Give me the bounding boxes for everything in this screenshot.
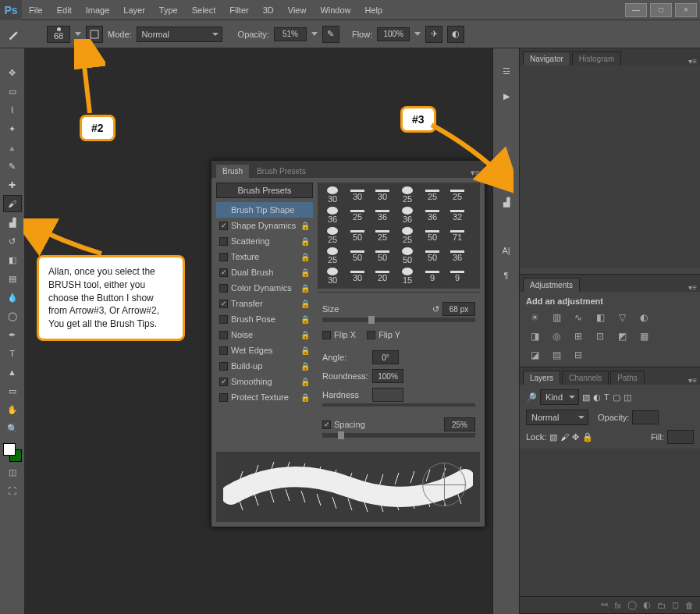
angle-field[interactable]: 0°	[372, 350, 399, 364]
history-panel-icon[interactable]: ☲	[498, 62, 515, 80]
group-icon[interactable]: 🗀	[657, 601, 666, 610]
pressure-size-button[interactable]: ◐	[447, 26, 464, 43]
checkbox[interactable]	[219, 315, 228, 324]
selective-color-icon[interactable]: ⊟	[570, 348, 587, 362]
panel-menu-icon[interactable]: ▾≡	[688, 376, 697, 385]
filter-smart-icon[interactable]: ◫	[624, 392, 631, 403]
link-layers-icon[interactable]: ⚯	[601, 600, 608, 610]
airbrush-button[interactable]: ✈	[425, 26, 442, 43]
blend-mode-dropdown[interactable]: Normal	[137, 27, 222, 42]
menu-edit[interactable]: Edit	[50, 0, 79, 20]
quickmask-button[interactable]: ◫	[3, 463, 22, 481]
character-panel-icon[interactable]: A|	[498, 242, 515, 259]
menu-filter[interactable]: Filter	[222, 0, 255, 20]
tab-brush-presets[interactable]: Brush Presets	[251, 165, 312, 178]
screenmode-button[interactable]: ⛶	[3, 482, 22, 499]
lock-icon[interactable]: 🔒	[300, 222, 310, 230]
threshold-icon[interactable]: ◪	[526, 348, 543, 362]
new-layer-icon[interactable]: ◻	[672, 600, 679, 610]
panel-menu-icon[interactable]: ▾≡	[471, 168, 480, 178]
filter-kind-dropdown[interactable]: Kind	[540, 389, 579, 405]
brush-option-brush-tip-shape[interactable]: Brush Tip Shape	[216, 202, 313, 218]
shape-tool[interactable]: ▭	[3, 382, 22, 399]
lock-icon[interactable]: 🔒	[300, 268, 310, 277]
menu-select[interactable]: Select	[185, 0, 223, 20]
brush-tip[interactable]: 25	[446, 186, 469, 204]
brush-tip[interactable]: 50	[421, 226, 444, 245]
brush-tip[interactable]: 50	[396, 247, 419, 265]
tab-histogram[interactable]: Histogram	[572, 51, 622, 66]
type-tool[interactable]: T	[3, 345, 22, 362]
move-tool[interactable]: ✥	[3, 64, 22, 81]
spacing-field[interactable]: 25%	[444, 417, 475, 431]
paragraph-panel-icon[interactable]: ¶	[498, 267, 515, 284]
brush-tip[interactable]: 9	[421, 267, 444, 286]
crop-tool[interactable]: ⟁	[3, 139, 22, 156]
lock-icon[interactable]: 🔒	[300, 378, 310, 386]
mask-icon[interactable]: ◯	[627, 600, 637, 610]
checkbox[interactable]: ✓	[219, 222, 228, 230]
menu-file[interactable]: File	[22, 0, 50, 20]
brush-tip[interactable]: 30	[321, 267, 344, 286]
flow-dropdown-icon[interactable]	[414, 32, 421, 36]
brush-option-noise[interactable]: Noise🔒	[216, 327, 313, 342]
path-select-tool[interactable]: ▲	[3, 364, 22, 381]
gradient-map-icon[interactable]: ▤	[548, 348, 565, 362]
brush-tip[interactable]: 50	[346, 247, 369, 265]
levels-icon[interactable]: ▥	[548, 311, 565, 325]
eraser-tool[interactable]: ◧	[3, 251, 22, 268]
brush-tip[interactable]: 71	[446, 226, 469, 245]
brush-tip[interactable]: 50	[421, 247, 444, 265]
flow-field[interactable]: 100%	[377, 27, 410, 41]
menu-image[interactable]: Image	[79, 0, 117, 20]
menu-view[interactable]: View	[281, 0, 314, 20]
flipy-checkbox[interactable]	[367, 331, 375, 339]
tab-paths[interactable]: Paths	[610, 371, 645, 385]
brush-presets-icon[interactable]: 🖌	[498, 169, 515, 186]
fill-field[interactable]	[667, 430, 694, 444]
spacing-slider[interactable]	[322, 433, 475, 438]
hand-tool[interactable]: ✋	[3, 401, 22, 418]
opacity-dropdown-icon[interactable]	[311, 32, 318, 36]
color-swatches[interactable]	[3, 443, 22, 462]
brush-panel-toggle[interactable]	[86, 26, 103, 43]
brush-tool[interactable]: 🖌	[3, 195, 22, 212]
checkbox[interactable]: ✓	[219, 300, 228, 308]
eyedropper-tool[interactable]: ✎	[3, 158, 22, 175]
filter-type-icon[interactable]: T	[604, 392, 609, 402]
size-field[interactable]: 68 px	[442, 302, 475, 316]
photo-filter-icon[interactable]: ◎	[548, 329, 565, 343]
brush-tip[interactable]: 30	[346, 186, 369, 204]
brush-tip[interactable]: 15	[396, 267, 419, 286]
vibrance-icon[interactable]: ▽	[613, 311, 631, 325]
exposure-icon[interactable]: ◧	[592, 311, 609, 325]
brush-tip[interactable]: 25	[396, 226, 419, 245]
lock-icon[interactable]: 🔒	[300, 315, 310, 324]
brush-option-texture[interactable]: Texture🔒	[216, 249, 313, 264]
blur-tool[interactable]: 💧	[3, 289, 22, 306]
brush-tip[interactable]: 25	[321, 247, 344, 265]
brush-presets-button[interactable]: Brush Presets	[216, 183, 313, 198]
actions-panel-icon[interactable]: ▶	[498, 87, 515, 105]
invert-icon[interactable]: ◩	[613, 329, 631, 343]
brush-tip[interactable]: 36	[371, 206, 394, 225]
tab-layers[interactable]: Layers	[523, 371, 560, 385]
lock-icon[interactable]: 🔒	[300, 331, 310, 339]
brightness-icon[interactable]: ☀	[526, 311, 543, 325]
tab-adjustments[interactable]: Adjustments	[523, 278, 580, 292]
brush-tip[interactable]: 30	[321, 186, 344, 204]
checkbox[interactable]	[219, 331, 228, 339]
properties-panel-icon[interactable]: ☄	[498, 144, 515, 161]
brush-tip[interactable]: 25	[321, 226, 344, 245]
flipx-checkbox[interactable]	[322, 331, 331, 339]
curves-icon[interactable]: ∿	[570, 311, 587, 325]
layer-blend-dropdown[interactable]: Normal	[526, 410, 588, 425]
lock-all-icon[interactable]: 🔒	[582, 432, 593, 442]
delete-layer-icon[interactable]: 🗑	[685, 601, 694, 610]
clone-source-icon[interactable]: ▟	[498, 193, 515, 211]
filter-shape-icon[interactable]: ▢	[613, 392, 620, 403]
brush-tip[interactable]: 20	[371, 267, 394, 286]
brush-tip[interactable]: 30	[371, 186, 394, 204]
adjustment-layer-icon[interactable]: ◐	[643, 600, 651, 610]
lock-position-icon[interactable]: ✥	[572, 432, 579, 442]
